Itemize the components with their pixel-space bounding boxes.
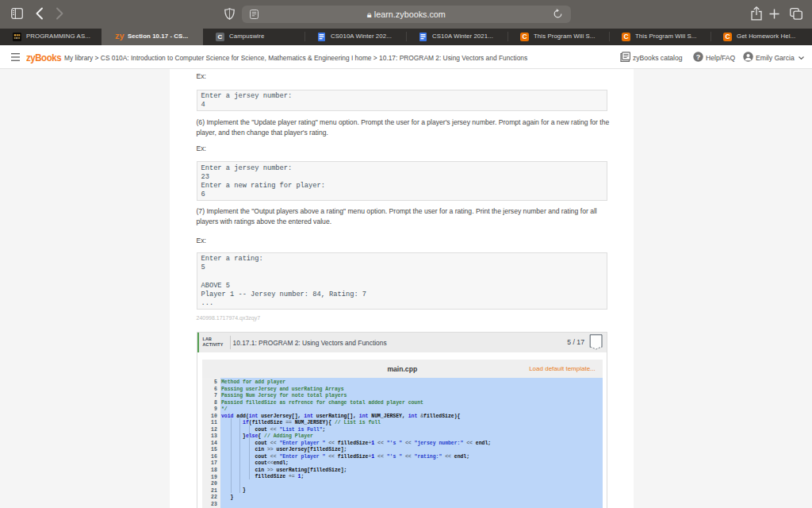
svg-text:?: ? <box>696 53 701 61</box>
